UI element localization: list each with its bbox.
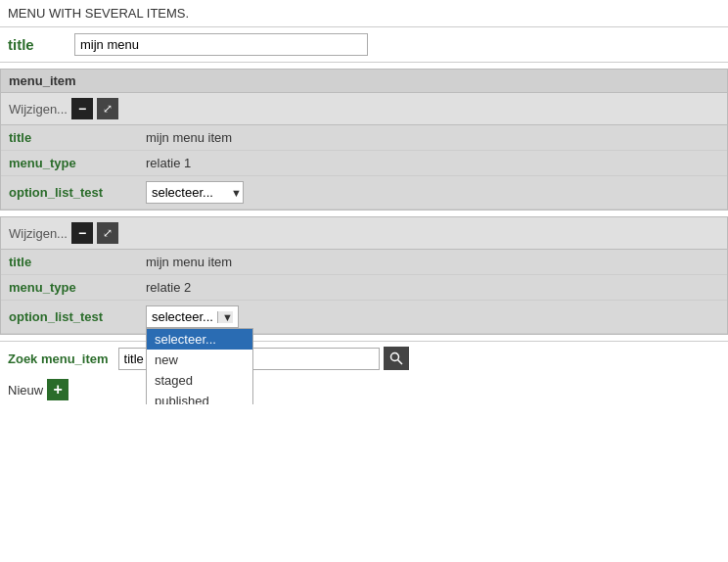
menu-item-section-2: Wijzigen... − ⤢ title mijn menu item men… [0, 216, 728, 335]
field-value-menutype-1: relatie 1 [146, 156, 191, 170]
dropdown-trigger[interactable]: selecteer... ▼ [146, 305, 239, 328]
minus-button-2[interactable]: − [71, 222, 93, 244]
field-label-title-2: title [9, 255, 146, 269]
dropdown-item-new[interactable]: new [147, 350, 252, 370]
title-input[interactable] [74, 33, 368, 56]
new-plus-button[interactable]: + [47, 379, 68, 400]
svg-point-0 [390, 353, 398, 361]
field-label-menutype-2: menu_type [9, 280, 146, 295]
dropdown-arrow-icon: ▼ [217, 311, 233, 323]
field-row-title-1: title mijn menu item [1, 125, 727, 151]
new-bar: Nieuw + [0, 375, 728, 404]
page-header: MENU WITH SEVERAL ITEMS. [0, 0, 728, 27]
search-button[interactable] [384, 347, 409, 370]
resize-button-1[interactable]: ⤢ [97, 98, 118, 119]
field-row-optionlist-2: option_list_test selecteer... ▼ selectee… [1, 301, 727, 334]
new-label: Nieuw [8, 383, 43, 398]
section-header-1: menu_item [1, 70, 727, 93]
option-select-1[interactable]: selecteer... new staged published archiv… [146, 181, 244, 204]
search-bar: Zoek menu_item title bevat ▼ [0, 341, 728, 375]
svg-line-1 [397, 360, 402, 365]
search-icon [389, 351, 403, 365]
action-bar-2: Wijzigen... − ⤢ [1, 217, 727, 250]
title-row: title [0, 27, 728, 63]
menu-item-section-1: menu_item Wijzigen... − ⤢ title mijn men… [0, 69, 728, 211]
dropdown-selected-text: selecteer... [152, 309, 213, 324]
action-bar-1: Wijzigen... − ⤢ [1, 93, 727, 125]
wijzigen-link-1[interactable]: Wijzigen... [9, 102, 68, 117]
field-label-optionlist-1: option_list_test [9, 185, 146, 200]
field-row-menutype-1: menu_type relatie 1 [1, 151, 727, 176]
field-label-menutype-1: menu_type [9, 156, 146, 170]
field-value-menutype-2: relatie 2 [146, 280, 191, 295]
field-label-title-1: title [9, 130, 146, 145]
field-value-title-2: mijn menu item [146, 255, 232, 269]
search-label: Zoek menu_item [8, 351, 109, 366]
field-row-menutype-2: menu_type relatie 2 [1, 275, 727, 301]
dropdown-open-wrapper: selecteer... ▼ selecteer... new staged p… [146, 305, 239, 328]
dropdown-menu: selecteer... new staged published archiv… [146, 328, 253, 404]
field-value-title-1: mijn menu item [146, 130, 232, 145]
dropdown-item-published[interactable]: published [147, 391, 252, 404]
title-label: title [8, 36, 67, 53]
field-label-optionlist-2: option_list_test [9, 309, 146, 324]
header-text: MENU WITH SEVERAL ITEMS. [8, 6, 189, 21]
dropdown-item-selecteer[interactable]: selecteer... [147, 329, 252, 350]
resize-button-2[interactable]: ⤢ [97, 222, 118, 244]
field-row-title-2: title mijn menu item [1, 250, 727, 275]
wijzigen-link-2[interactable]: Wijzigen... [9, 226, 68, 241]
field-row-optionlist-1: option_list_test selecteer... new staged… [1, 176, 727, 210]
minus-button-1[interactable]: − [71, 98, 93, 119]
option-select-wrapper-1: selecteer... new staged published archiv… [146, 181, 244, 204]
dropdown-item-staged[interactable]: staged [147, 370, 252, 391]
